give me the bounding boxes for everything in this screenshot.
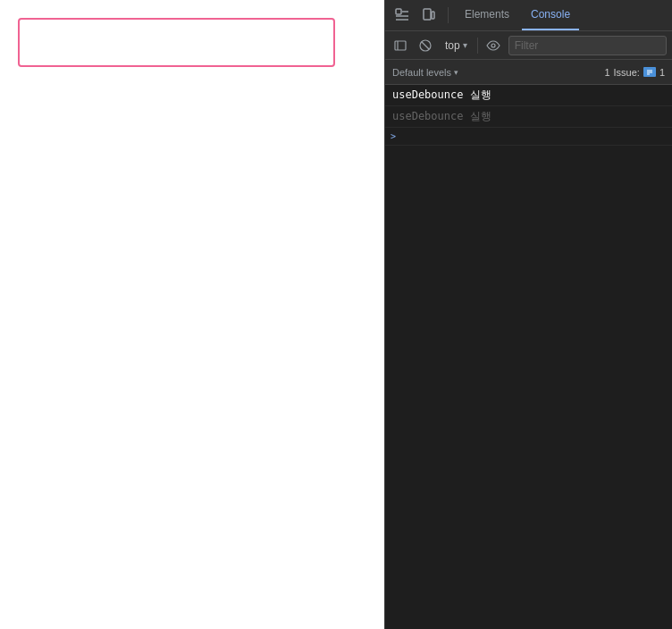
search-box[interactable]	[18, 18, 335, 67]
issue-badge[interactable]: 1 Issue: 1	[604, 67, 665, 78]
expand-arrow-icon[interactable]: >	[391, 131, 396, 141]
tab-elements[interactable]: Elements	[456, 0, 518, 30]
default-levels-label: Default levels	[392, 67, 451, 78]
levels-toolbar: Default levels ▾ 1 Issue: 1	[385, 60, 672, 85]
console-line-text: useDebounce 실행	[392, 88, 491, 103]
context-selector[interactable]: top ▾	[441, 38, 472, 54]
svg-rect-5	[432, 12, 434, 19]
device-mode-btn[interactable]	[417, 4, 441, 27]
inspect-icon-btn[interactable]	[391, 4, 414, 27]
devtools-tab-bar: Elements Console	[385, 0, 672, 31]
svg-rect-6	[395, 41, 406, 50]
sidebar-toggle-btn[interactable]	[391, 36, 410, 55]
issue-label-text: Issue:	[614, 67, 640, 78]
svg-rect-4	[424, 9, 431, 20]
filter-input[interactable]	[508, 36, 667, 55]
clear-console-btn[interactable]	[416, 36, 435, 55]
svg-point-10	[491, 44, 495, 47]
console-line: useDebounce 실행	[385, 106, 672, 128]
console-line: useDebounce 실행	[385, 85, 672, 106]
console-line-text: useDebounce 실행	[392, 109, 491, 124]
tab-console[interactable]: Console	[522, 0, 579, 30]
devtools-panel: Elements Console top ▾	[384, 0, 672, 629]
svg-line-9	[422, 42, 429, 49]
context-chevron-icon: ▾	[463, 40, 467, 50]
console-toolbar: top ▾	[385, 31, 672, 60]
context-label: top	[445, 39, 460, 52]
console-output: useDebounce 실행 useDebounce 실행 >	[385, 85, 672, 629]
page-area	[0, 0, 384, 629]
issue-count-label: 1	[604, 67, 609, 78]
svg-rect-0	[396, 9, 401, 14]
issue-icon	[643, 67, 656, 77]
live-expressions-btn[interactable]	[483, 36, 503, 55]
levels-chevron-icon: ▾	[454, 68, 458, 77]
console-expand-line[interactable]: >	[385, 128, 672, 146]
default-levels-btn[interactable]: Default levels ▾	[392, 67, 458, 78]
issue-number: 1	[659, 67, 665, 78]
